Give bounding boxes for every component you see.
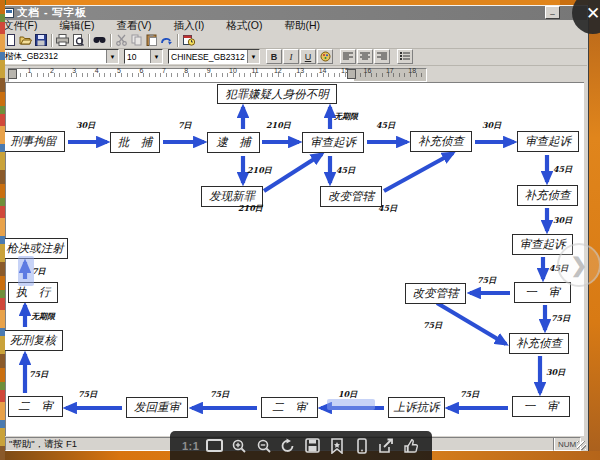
photo-border-right [588,0,600,460]
caption-buttons: _ [544,6,560,19]
date-time-icon[interactable] [181,34,196,47]
format-bar: 楷体_GB2312 ▼ 10 ▼ CHINESE_GB2312 ▼ B I U [1,48,587,66]
title-bar[interactable]: 文档 - 写字板 [1,6,587,20]
ruler-number: 4 [95,67,99,74]
align-left-icon[interactable] [340,49,356,64]
ruler-number: 17 [386,67,394,74]
ruler-number: 9 [207,67,211,74]
ruler-number: 16 [364,67,372,74]
charset-combobox[interactable]: CHINESE_GB2312 ▼ [168,49,260,64]
save-icon[interactable] [33,34,48,47]
ruler-number: 13 [296,67,304,74]
menu-item-编[interactable]: 编辑(E) [57,19,102,33]
document-area[interactable] [5,82,584,442]
ruler: 123456789101112131415161718 [1,65,587,82]
resize-grip[interactable] [577,441,586,450]
copy-icon[interactable] [129,34,144,47]
save-icon[interactable] [304,437,322,455]
underline-button[interactable]: U [300,49,316,64]
ruler-number: 3 [72,67,76,74]
font-name-combobox[interactable]: 楷体_GB2312 ▼ [2,49,119,64]
bold-button[interactable]: B [266,49,282,64]
bullets-icon[interactable] [397,49,413,64]
left-indent-marker[interactable] [8,69,17,79]
chevron-down-icon[interactable]: ▼ [150,50,162,63]
ruler-number: 11 [252,67,259,74]
italic-button[interactable]: I [283,49,299,64]
print-icon[interactable] [55,34,70,47]
menu-item-帮[interactable]: 帮助(H) [283,19,329,33]
toolbar-separator [110,34,112,47]
align-center-icon[interactable] [357,49,373,64]
image-viewer-toolbar: 1:1 [170,431,432,460]
ruler-number: 14 [319,67,327,74]
mobile-icon[interactable] [353,437,371,455]
ruler-number: 5 [117,67,121,74]
chevron-down-icon[interactable]: ▼ [106,50,118,63]
menu-bar: 文件(F)编辑(E)查看(V)插入(I)格式(O)帮助(H) [1,20,587,32]
menu-item-文[interactable]: 文件(F) [1,19,45,33]
font-size-value: 10 [127,52,136,62]
toolbar-separator [177,34,179,47]
standard-toolbar [1,32,587,49]
minimize-button[interactable]: _ [545,6,560,19]
wordpad-document-icon [4,8,14,18]
menu-item-插[interactable]: 插入(I) [171,19,212,33]
next-image-icon[interactable]: ❯ [557,243,600,287]
print-preview-icon[interactable] [70,34,85,47]
menu-item-格[interactable]: 格式(O) [224,19,270,33]
ruler-number: 12 [274,67,282,74]
photo-border-left [0,0,5,460]
toolbar-separator [51,34,53,47]
ruler-number: 6 [140,67,144,74]
ruler-number: 1 [28,67,32,74]
align-right-icon[interactable] [374,49,390,64]
ruler-number: 7 [162,67,166,74]
share-icon[interactable] [377,437,395,455]
rotate-icon[interactable] [279,437,297,455]
right-margin-marker[interactable] [347,69,356,79]
chevron-down-icon[interactable]: ▼ [247,50,259,63]
font-name-value: 楷体_GB2312 [5,51,58,63]
paste-icon[interactable] [144,34,159,47]
zoom-out-icon[interactable] [255,437,273,455]
ruler-number: 10 [229,67,237,74]
menu-item-查[interactable]: 查看(V) [114,19,159,33]
open-file-icon[interactable] [18,34,33,47]
new-document-icon[interactable] [3,34,18,47]
undo-icon[interactable] [159,34,174,47]
toolbar-separator [88,34,90,47]
actual-size-button[interactable]: 1:1 [182,440,199,452]
zoom-in-icon[interactable] [230,437,248,455]
wordpad-window: 文档 - 写字板 _ 文件(F)编辑(E)查看(V)插入(I)格式(O)帮助(H… [0,5,589,451]
ruler-number: 18 [408,67,416,74]
find-icon[interactable] [92,34,107,47]
color-palette-icon[interactable] [317,49,333,64]
cut-icon[interactable] [114,34,129,47]
fit-screen-icon[interactable] [206,437,224,455]
window-title: 文档 - 写字板 [17,6,87,20]
charset-value: CHINESE_GB2312 [171,52,245,62]
bookmark-icon[interactable] [328,437,346,455]
ruler-number: 8 [184,67,188,74]
like-icon[interactable] [402,437,420,455]
ruler-number: 2 [50,67,54,74]
font-size-combobox[interactable]: 10 ▼ [124,49,163,64]
